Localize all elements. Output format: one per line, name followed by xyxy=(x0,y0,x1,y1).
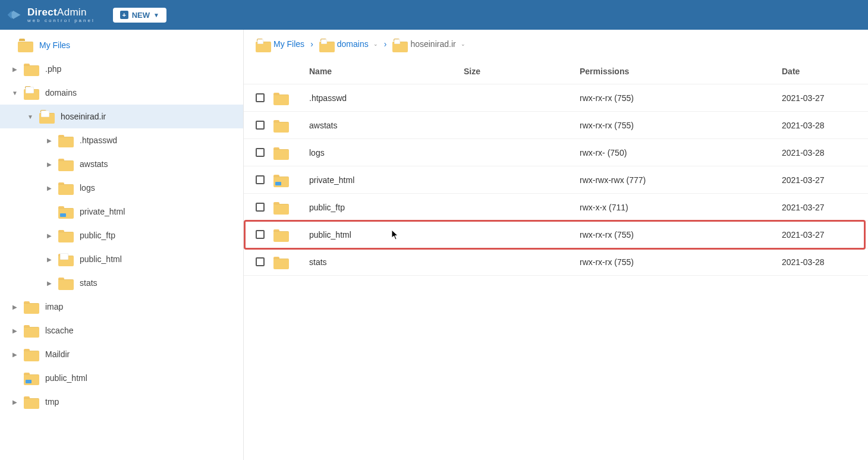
content-area: My Files›domains⌄›hoseinirad.ir⌄ Name Si… xyxy=(244,30,868,460)
col-date-header[interactable]: Date xyxy=(782,67,856,76)
file-row-stats[interactable]: statsrwx-rx-rx (755)2021-03-28 xyxy=(244,248,868,276)
col-name-header[interactable]: Name xyxy=(309,67,464,76)
chevron-right-icon[interactable]: ▶ xyxy=(46,280,52,286)
chevron-right-icon[interactable]: ▶ xyxy=(46,256,52,263)
folder-icon xyxy=(273,146,289,159)
folder-icon xyxy=(24,371,39,385)
brand-primary: Direct xyxy=(27,7,57,18)
breadcrumb-item-my-files[interactable]: My Files xyxy=(256,39,304,49)
chevron-down-icon[interactable]: ▼ xyxy=(12,90,18,96)
cell-date: 2021-03-28 xyxy=(782,121,856,130)
folder-icon xyxy=(273,92,289,105)
chevron-right-icon[interactable]: ▶ xyxy=(46,137,52,144)
folder-icon xyxy=(39,110,55,123)
tree-item-label: awstats xyxy=(80,159,108,169)
folder-icon xyxy=(58,181,74,194)
tree-item-label: logs xyxy=(80,183,95,193)
folder-icon xyxy=(273,256,289,269)
row-checkbox[interactable] xyxy=(256,121,265,130)
cell-permissions: rwx-rx-rx (755) xyxy=(580,121,782,130)
tree-item--htpasswd[interactable]: ▶.htpasswd xyxy=(0,128,243,152)
new-button[interactable]: + NEW ▼ xyxy=(113,8,166,23)
folder-icon xyxy=(24,324,39,337)
tree-item-public-ftp[interactable]: ▶public_ftp xyxy=(0,223,243,247)
file-row-public-html[interactable]: public_htmlrwx-rx-rx (755)2021-03-27 xyxy=(244,221,868,248)
folder-icon xyxy=(58,229,74,242)
tree-root[interactable]: My Files xyxy=(0,33,243,57)
tree-item--php[interactable]: ▶.php xyxy=(0,57,243,81)
file-row-logs[interactable]: logsrwx-rx- (750)2021-03-28 xyxy=(244,139,868,166)
sidebar-tree: My Files ▶.php▼domains▼hoseinirad.ir▶.ht… xyxy=(0,30,244,460)
chevron-right-icon[interactable]: ▶ xyxy=(12,304,18,310)
tree-item-label: private_html xyxy=(80,207,125,216)
tree-item-tmp[interactable]: ▶tmp xyxy=(0,390,243,414)
row-checkbox[interactable] xyxy=(256,93,265,102)
tree-item-label: public_ftp xyxy=(80,231,115,240)
chevron-down-icon[interactable]: ⌄ xyxy=(461,41,466,47)
row-checkbox[interactable] xyxy=(256,230,265,239)
tree-item-label: public_html xyxy=(45,373,87,383)
tree-item-domains[interactable]: ▼domains xyxy=(0,81,243,105)
cell-date: 2021-03-27 xyxy=(782,230,856,240)
tree-item-label: domains xyxy=(45,88,77,97)
chevron-right-icon[interactable]: ▶ xyxy=(12,399,18,405)
brand-logo[interactable]: DirectAdmin web control panel xyxy=(6,7,95,23)
new-button-label: NEW xyxy=(132,11,150,20)
chevron-right-icon[interactable]: ▶ xyxy=(46,185,52,191)
folder-icon xyxy=(24,62,39,75)
cell-permissions: rwx-rx- (750) xyxy=(580,148,782,157)
plus-icon: + xyxy=(120,11,128,19)
chevron-right-icon[interactable]: ▶ xyxy=(12,327,18,334)
chevron-right-icon: › xyxy=(310,39,313,49)
chevron-right-icon[interactable]: ▶ xyxy=(12,351,18,358)
chevron-right-icon[interactable]: ▶ xyxy=(46,232,52,239)
tree-item-imap[interactable]: ▶imap xyxy=(0,295,243,319)
main-layout: My Files ▶.php▼domains▼hoseinirad.ir▶.ht… xyxy=(0,30,868,460)
tree-item-maildir[interactable]: ▶Maildir xyxy=(0,342,243,366)
tree-item-stats[interactable]: ▶stats xyxy=(0,271,243,295)
tree-item-hoseinirad-ir[interactable]: ▼hoseinirad.ir xyxy=(0,105,243,128)
tree-item-logs[interactable]: ▶logs xyxy=(0,176,243,200)
folder-icon xyxy=(24,300,39,313)
cell-date: 2021-03-27 xyxy=(782,203,856,212)
tree-item-public-html[interactable]: ▶public_html xyxy=(0,247,243,271)
cell-name: awstats xyxy=(309,121,464,130)
chevron-right-icon: › xyxy=(384,39,387,49)
tree-item-awstats[interactable]: ▶awstats xyxy=(0,152,243,176)
breadcrumb-item-domains[interactable]: domains⌄ xyxy=(319,39,378,49)
tree-item-label: lscache xyxy=(45,326,73,335)
row-checkbox[interactable] xyxy=(256,257,265,266)
chevron-down-icon[interactable]: ▼ xyxy=(27,114,33,120)
file-row--htpasswd[interactable]: .htpasswdrwx-rx-rx (755)2021-03-27 xyxy=(244,84,868,112)
chevron-down-icon[interactable]: ⌄ xyxy=(373,41,378,47)
tree-item-public-html[interactable]: public_html xyxy=(0,366,243,390)
cell-permissions: rwx-rx-rx (755) xyxy=(580,230,782,240)
row-checkbox[interactable] xyxy=(256,203,265,212)
cell-name: .htpasswd xyxy=(309,93,464,103)
chevron-right-icon[interactable]: ▶ xyxy=(12,66,18,73)
file-row-public-ftp[interactable]: public_ftprwx-x-x (711)2021-03-27 xyxy=(244,194,868,221)
file-row-awstats[interactable]: awstatsrwx-rx-rx (755)2021-03-28 xyxy=(244,112,868,139)
row-checkbox[interactable] xyxy=(256,175,265,184)
cell-name: public_html xyxy=(309,230,464,240)
tree-item-label: .php xyxy=(45,64,61,74)
brand-secondary: Admin xyxy=(57,7,87,18)
folder-icon xyxy=(24,86,39,99)
folder-icon xyxy=(273,174,289,187)
col-size-header[interactable]: Size xyxy=(464,67,580,76)
folder-open-icon xyxy=(319,39,332,49)
col-permissions-header[interactable]: Permissions xyxy=(580,67,782,76)
folder-icon xyxy=(58,157,74,171)
app-header: DirectAdmin web control panel + NEW ▼ xyxy=(0,0,868,30)
folder-icon xyxy=(273,201,289,214)
breadcrumb-label: hoseinirad.ir xyxy=(410,39,455,49)
chevron-right-icon[interactable]: ▶ xyxy=(46,161,52,168)
tree-item-lscache[interactable]: ▶lscache xyxy=(0,319,243,342)
row-checkbox[interactable] xyxy=(256,148,265,157)
breadcrumb-label: domains xyxy=(337,39,369,49)
tree-item-private-html[interactable]: private_html xyxy=(0,200,243,223)
breadcrumb-item-hoseinirad-ir[interactable]: hoseinirad.ir⌄ xyxy=(392,39,465,49)
file-row-private-html[interactable]: private_htmlrwx-rwx-rwx (777)2021-03-27 xyxy=(244,166,868,194)
tree-item-label: .htpasswd xyxy=(80,136,117,145)
tree-item-label: imap xyxy=(45,302,63,311)
